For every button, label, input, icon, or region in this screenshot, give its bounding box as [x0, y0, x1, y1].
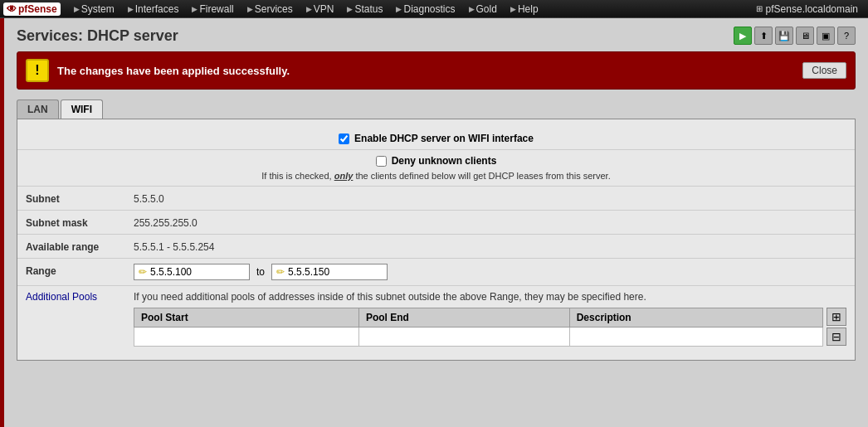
additional-pools-row: Additional Pools If you need additional … — [17, 286, 855, 352]
nav-arrow-firewall: ▶ — [192, 5, 197, 13]
pools-add-icon: ⊞ — [831, 310, 841, 323]
range-inputs: ✏ to ✏ — [134, 264, 388, 280]
toolbar-save-button[interactable]: 💾 — [775, 27, 793, 45]
nav-arrow-gold: ▶ — [469, 5, 475, 13]
nav-item-help[interactable]: ▶ Help — [504, 0, 545, 18]
available-range-label: Available range — [26, 240, 134, 253]
pools-table-wrap: Pool Start Pool End Description — [134, 308, 846, 347]
additional-pools-content: If you need additional pools of addresse… — [134, 291, 846, 347]
up-icon: ⬆ — [760, 31, 768, 41]
range-to-input[interactable] — [288, 266, 379, 278]
pencil-from-icon: ✏ — [139, 266, 147, 278]
range-label: Range — [26, 264, 134, 277]
available-range-value: 5.5.5.1 - 5.5.5.254 — [134, 240, 214, 253]
nav-item-services[interactable]: ▶ Services — [241, 0, 300, 18]
interface-tabs: LAN WIFI — [17, 99, 856, 119]
content-area: Services: DHCP server ▶ ⬆ 💾 🖥 ▣ — [4, 18, 868, 427]
pencil-to-icon: ✏ — [276, 266, 285, 278]
play-icon: ▶ — [739, 31, 746, 41]
pools-actions: ⊞ ⊟ — [827, 308, 846, 346]
alert-close-button[interactable]: Close — [802, 62, 846, 79]
nav-menu: ▶ System ▶ Interfaces ▶ Firewall ▶ Servi… — [67, 0, 756, 18]
subnet-value: 5.5.5.0 — [134, 192, 164, 205]
subnet-mask-label: Subnet mask — [26, 216, 134, 229]
pools-add-button[interactable]: ⊞ — [827, 308, 846, 326]
hostname-display: ⊞ pfSense.localdomain — [756, 3, 865, 15]
pool-end-header: Pool End — [358, 308, 569, 328]
nav-item-interfaces[interactable]: ▶ Interfaces — [121, 0, 186, 18]
form-panel: Enable DHCP server on WIFI interface Den… — [17, 119, 856, 361]
pools-copy-button[interactable]: ⊟ — [827, 328, 846, 346]
nav-arrow-interfaces: ▶ — [128, 5, 134, 13]
subnet-row: Subnet 5.5.5.0 — [17, 187, 855, 211]
page-title: Services: DHCP server — [17, 27, 178, 45]
range-row: Range ✏ to ✏ — [17, 259, 855, 286]
nav-item-diagnostics[interactable]: ▶ Diagnostics — [389, 0, 461, 18]
additional-pools-desc: If you need additional pools of addresse… — [134, 291, 846, 303]
toolbar-up-button[interactable]: ⬆ — [754, 27, 773, 45]
nav-item-vpn[interactable]: ▶ VPN — [300, 0, 341, 18]
nav-item-system[interactable]: ▶ System — [67, 0, 121, 18]
brand-logo[interactable]: 👁 pfSense — [3, 2, 61, 16]
enable-dhcp-checkbox[interactable] — [339, 133, 349, 144]
screen-icon: 🖥 — [801, 31, 810, 41]
hostname-icon: ⊞ — [756, 4, 763, 13]
nav-arrow-status: ▶ — [347, 5, 353, 13]
nav-item-firewall[interactable]: ▶ Firewall — [185, 0, 240, 18]
nav-arrow-diagnostics: ▶ — [396, 5, 402, 13]
pool-description-header: Description — [569, 308, 822, 328]
tab-lan[interactable]: LAN — [17, 99, 59, 119]
nav-arrow-help: ▶ — [510, 5, 516, 13]
deny-unknown-checkbox[interactable] — [376, 156, 387, 167]
brand-name: pfSense — [18, 3, 57, 15]
pools-empty-row — [134, 328, 823, 347]
toolbar-doc-button[interactable]: ▣ — [817, 27, 835, 45]
nav-arrow-system: ▶ — [74, 5, 80, 13]
nav-arrow-services: ▶ — [247, 5, 253, 13]
page-title-bar: Services: DHCP server ▶ ⬆ 💾 🖥 ▣ — [17, 27, 856, 45]
toolbar-help-button[interactable]: ? — [837, 27, 856, 45]
pool-desc-empty — [569, 328, 822, 347]
pools-table: Pool Start Pool End Description — [134, 308, 823, 347]
available-range-row: Available range 5.5.5.1 - 5.5.5.254 — [17, 235, 855, 259]
enable-dhcp-label[interactable]: Enable DHCP server on WIFI interface — [354, 133, 534, 144]
toolbar-screen-button[interactable]: 🖥 — [796, 27, 814, 45]
doc-icon: ▣ — [822, 31, 830, 41]
subnet-mask-value: 255.255.255.0 — [134, 216, 197, 229]
deny-unknown-row: Deny unknown clients If this is checked,… — [17, 150, 855, 187]
alert-warning-icon: ! — [26, 59, 49, 82]
nav-arrow-vpn: ▶ — [306, 5, 312, 13]
tab-wifi[interactable]: WIFI — [61, 99, 103, 119]
navbar: 👁 pfSense ▶ System ▶ Interfaces ▶ Firewa… — [0, 0, 868, 18]
range-from-input[interactable] — [150, 266, 241, 278]
pool-end-empty — [358, 328, 569, 347]
deny-unknown-sublabel: If this is checked, only the clients def… — [261, 171, 610, 181]
alert-message: The changes have been applied successful… — [57, 65, 802, 77]
save-icon: 💾 — [778, 31, 790, 41]
toolbar-icons: ▶ ⬆ 💾 🖥 ▣ ? — [734, 27, 856, 45]
help-icon: ? — [844, 31, 849, 41]
additional-pools-label: Additional Pools — [26, 291, 134, 303]
brand-eye-icon: 👁 — [7, 3, 17, 15]
alert-box: ! The changes have been applied successf… — [17, 51, 856, 90]
nav-item-status[interactable]: ▶ Status — [340, 0, 389, 18]
pool-start-empty — [134, 328, 359, 347]
enable-dhcp-row: Enable DHCP server on WIFI interface — [17, 128, 855, 150]
subnet-mask-row: Subnet mask 255.255.255.0 — [17, 211, 855, 235]
range-to-input-wrapper: ✏ — [271, 264, 388, 280]
toolbar-play-button[interactable]: ▶ — [734, 27, 752, 45]
pools-copy-icon: ⊟ — [831, 330, 841, 343]
main-wrapper: Services: DHCP server ▶ ⬆ 💾 🖥 ▣ — [0, 18, 868, 427]
subnet-label: Subnet — [26, 192, 134, 205]
deny-unknown-label[interactable]: Deny unknown clients — [392, 155, 497, 167]
nav-item-gold[interactable]: ▶ Gold — [462, 0, 504, 18]
range-from-input-wrapper: ✏ — [134, 264, 250, 280]
pool-start-header: Pool Start — [134, 308, 359, 328]
range-to-label: to — [256, 266, 265, 278]
